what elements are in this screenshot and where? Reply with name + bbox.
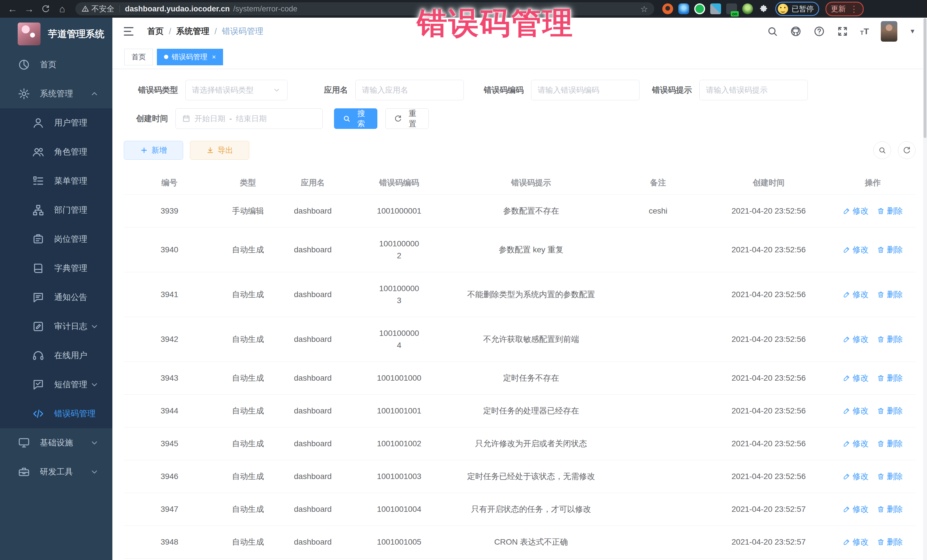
filter-label-应用名: 应用名	[319, 85, 348, 96]
edit-row-button[interactable]: 修改	[843, 536, 869, 548]
extension-orange-icon[interactable]	[662, 3, 673, 14]
extension-leaf-icon[interactable]	[742, 3, 753, 14]
edit-row-button[interactable]: 修改	[843, 333, 869, 345]
extensions-puzzle-icon[interactable]	[758, 3, 769, 14]
refresh-icon	[903, 146, 911, 154]
delete-icon	[877, 246, 884, 253]
sidebar-item-首页[interactable]: 首页	[0, 50, 112, 79]
browser-reload-button[interactable]	[38, 2, 53, 16]
font-size-icon[interactable]: TT	[860, 27, 869, 36]
delete-row-button[interactable]: 删除	[877, 405, 903, 417]
cell-code: 100100000 4	[345, 317, 453, 362]
delete-row-button[interactable]: 删除	[877, 536, 903, 548]
filter-input-错误码编码[interactable]	[531, 80, 640, 100]
edit-row-button[interactable]: 修改	[843, 470, 869, 483]
sidebar-item-短信管理[interactable]: 短信管理	[0, 370, 112, 399]
reset-button[interactable]: 重置	[385, 108, 429, 129]
sidebar-item-在线用户[interactable]: 在线用户	[0, 341, 112, 370]
edit-row-button[interactable]: 修改	[843, 244, 869, 256]
toggle-search-button[interactable]	[873, 141, 891, 159]
sidebar-item-研发工具[interactable]: 研发工具	[0, 457, 112, 486]
sidebar-item-通知公告[interactable]: 通知公告	[0, 283, 112, 312]
extension-switch-icon[interactable]: on	[726, 3, 737, 14]
user-avatar[interactable]	[881, 21, 897, 42]
date-range-picker[interactable]: 开始日期 - 结束日期	[175, 108, 322, 129]
sidebar-item-角色管理[interactable]: 角色管理	[0, 137, 112, 167]
sidebar-item-错误码管理[interactable]: 错误码管理	[0, 399, 112, 428]
browser-update-button[interactable]: 更新 ⋮	[825, 2, 864, 16]
browser-menu-dots-icon[interactable]: ⋮	[850, 6, 858, 12]
column-header-操作: 操作	[830, 171, 916, 195]
delete-row-button[interactable]: 删除	[877, 244, 903, 256]
export-button[interactable]: 导出	[190, 141, 249, 160]
delete-row-button[interactable]: 删除	[877, 438, 903, 450]
edit-label: 修改	[853, 438, 869, 450]
edit-label: 修改	[853, 288, 869, 300]
filter-input-错误码提示[interactable]	[699, 80, 808, 100]
sidebar-toggle-hamburger-icon[interactable]	[123, 26, 136, 37]
menu-list-icon	[32, 175, 44, 187]
tab-close-icon[interactable]: ×	[212, 53, 216, 61]
breadcrumb-item-首页[interactable]: 首页	[147, 26, 164, 37]
app-logo[interactable]: 芋道管理系统	[0, 18, 112, 50]
sidebar-item-label: 角色管理	[54, 146, 87, 158]
edit-label: 修改	[853, 244, 869, 256]
cell-app: dashboard	[281, 493, 345, 526]
fullscreen-icon[interactable]	[837, 26, 848, 37]
edit-row-button[interactable]: 修改	[843, 438, 869, 450]
delete-row-button[interactable]: 删除	[877, 333, 903, 345]
sidebar-item-用户管理[interactable]: 用户管理	[0, 108, 112, 137]
browser-home-button[interactable]: ⌂	[55, 2, 70, 16]
tab-首页[interactable]: 首页	[125, 49, 153, 65]
text-input[interactable]	[706, 86, 801, 95]
sidebar-item-字典管理[interactable]: 字典管理	[0, 254, 112, 283]
profile-paused-badge[interactable]: 已暂停	[775, 2, 819, 16]
edit-row-button[interactable]: 修改	[843, 503, 869, 515]
text-input[interactable]	[362, 86, 457, 95]
header-search-icon[interactable]	[767, 26, 778, 37]
extension-grid-icon[interactable]	[710, 3, 721, 14]
sidebar-item-系统管理[interactable]: 系统管理	[0, 79, 112, 108]
refresh-table-button[interactable]	[898, 141, 916, 159]
sidebar-item-基础设施[interactable]: 基础设施	[0, 428, 112, 457]
edit-label: 修改	[853, 333, 869, 345]
edit-row-button[interactable]: 修改	[843, 372, 869, 384]
content-card: 错误码类型请选择错误码类型应用名错误码编码错误码提示 创建时间 开始日期 - 结…	[112, 69, 927, 560]
sidebar-item-部门管理[interactable]: 部门管理	[0, 196, 112, 225]
breadcrumb-item-系统管理[interactable]: 系统管理	[176, 26, 209, 37]
cell-actions: 修改删除	[830, 317, 916, 362]
column-header-创建时间: 创建时间	[707, 171, 830, 195]
sidebar-item-菜单管理[interactable]: 菜单管理	[0, 167, 112, 196]
add-button[interactable]: 新增	[124, 141, 183, 160]
sidebar-item-岗位管理[interactable]: 岗位管理	[0, 225, 112, 254]
cell-remark	[609, 460, 707, 493]
sidebar-item-label: 错误码管理	[54, 408, 96, 419]
filter-select-错误码类型[interactable]: 请选择错误码类型	[185, 80, 287, 100]
extension-gem-icon[interactable]	[678, 3, 689, 14]
delete-row-button[interactable]: 删除	[877, 372, 903, 384]
filter-input-应用名[interactable]	[356, 80, 464, 100]
not-secure-warning[interactable]: 不安全	[82, 4, 114, 14]
bookmark-star-icon[interactable]: ☆	[640, 4, 648, 14]
search-button[interactable]: 搜索	[334, 108, 377, 129]
github-icon[interactable]	[790, 26, 801, 37]
edit-row-button[interactable]: 修改	[843, 288, 869, 300]
tab-错误码管理[interactable]: 错误码管理×	[157, 49, 223, 65]
delete-row-button[interactable]: 删除	[877, 503, 903, 515]
sidebar-menu: 首页系统管理用户管理角色管理菜单管理部门管理岗位管理字典管理通知公告审计日志在线…	[0, 50, 112, 486]
help-icon[interactable]	[813, 26, 825, 37]
sidebar-item-label: 用户管理	[54, 117, 87, 129]
scrollbar-thumb[interactable]	[924, 18, 926, 138]
edit-row-button[interactable]: 修改	[843, 205, 869, 217]
text-input[interactable]	[538, 86, 633, 95]
delete-row-button[interactable]: 删除	[877, 205, 903, 217]
sidebar-item-审计日志[interactable]: 审计日志	[0, 312, 112, 341]
delete-row-button[interactable]: 删除	[877, 470, 903, 483]
extension-green-icon[interactable]	[694, 3, 705, 14]
browser-back-button[interactable]: ←	[5, 2, 20, 16]
page-scrollbar	[923, 18, 927, 560]
delete-row-button[interactable]: 删除	[877, 288, 903, 300]
browser-forward-button[interactable]: →	[22, 2, 36, 16]
edit-row-button[interactable]: 修改	[843, 405, 869, 417]
user-menu-caret-icon[interactable]: ▼	[909, 28, 916, 35]
